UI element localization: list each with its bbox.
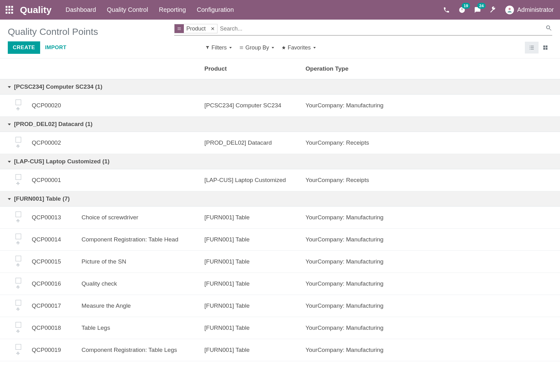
topbar-right: 19 24 Administrator — [443, 6, 554, 14]
table-row[interactable]: QCP00015Picture of the SN[FURN001] Table… — [0, 251, 560, 273]
row-product: [FURN001] Table — [201, 251, 302, 273]
nav-quality-control[interactable]: Quality Control — [107, 6, 148, 13]
table-row[interactable]: QCP00013Choice of screwdriver[FURN001] T… — [0, 207, 560, 229]
row-reference: QCP00014 — [29, 229, 78, 251]
row-reference: QCP00018 — [29, 317, 78, 339]
drag-handle-icon[interactable] — [16, 144, 21, 149]
chevron-down-icon — [272, 47, 274, 49]
drag-handle-icon[interactable] — [16, 219, 21, 224]
caret-down-icon — [8, 198, 11, 200]
group-header-label: [PCSC234] Computer SC234 (1) — [14, 83, 102, 90]
row-checkbox[interactable] — [16, 322, 21, 328]
drag-handle-icon[interactable] — [16, 285, 21, 290]
drag-handle-icon[interactable] — [16, 307, 21, 312]
nav-configuration[interactable]: Configuration — [197, 6, 234, 13]
filters-dropdown[interactable]: Filters — [205, 44, 232, 51]
funnel-icon — [205, 45, 210, 50]
row-checkbox[interactable] — [16, 174, 21, 180]
import-button[interactable]: IMPORT — [40, 41, 72, 54]
column-product[interactable]: Product — [201, 58, 302, 79]
search-icon[interactable] — [545, 25, 552, 33]
row-title: Measure the Angle — [78, 295, 201, 317]
filters-label: Filters — [212, 44, 227, 51]
row-operation: YourCompany: Manufacturing — [302, 317, 560, 339]
row-product: [FURN001] Table — [201, 295, 302, 317]
row-reference: QCP00019 — [29, 339, 78, 361]
search-facet-groupby-product[interactable]: Product ✕ — [174, 24, 217, 33]
caret-down-icon — [8, 86, 11, 88]
table-row[interactable]: QCP00017Measure the Angle[FURN001] Table… — [0, 295, 560, 317]
favorites-dropdown[interactable]: Favorites — [282, 44, 316, 51]
group-header-label: [FURN001] Table (7) — [14, 195, 70, 202]
column-operation[interactable]: Operation Type — [302, 58, 560, 79]
row-title: Component Registration: Table Head — [78, 229, 201, 251]
row-title — [78, 132, 201, 154]
row-operation: YourCompany: Manufacturing — [302, 95, 560, 117]
group-row[interactable]: [LAP-CUS] Laptop Customized (1) — [0, 154, 560, 169]
group-header-label: [LAP-CUS] Laptop Customized (1) — [14, 158, 110, 165]
row-checkbox[interactable] — [16, 300, 21, 306]
nav-reporting[interactable]: Reporting — [159, 6, 186, 13]
row-checkbox[interactable] — [16, 212, 21, 217]
phone-icon[interactable] — [443, 7, 450, 13]
kanban-view-button[interactable] — [539, 42, 552, 54]
row-reference: QCP00017 — [29, 295, 78, 317]
activities-badge: 19 — [462, 3, 470, 9]
group-by-dropdown[interactable]: Group By — [239, 44, 274, 51]
row-checkbox[interactable] — [16, 137, 21, 142]
table-row[interactable]: QCP00019Component Registration: Table Le… — [0, 339, 560, 361]
table-row[interactable]: QCP00002[PROD_DEL02] DatacardYourCompany… — [0, 132, 560, 154]
row-operation: YourCompany: Manufacturing — [302, 229, 560, 251]
row-checkbox[interactable] — [16, 278, 21, 283]
table-row[interactable]: QCP00018Table Legs[FURN001] TableYourCom… — [0, 317, 560, 339]
facet-label: Product — [184, 24, 208, 33]
drag-handle-icon[interactable] — [16, 263, 21, 268]
row-title: Table Legs — [78, 317, 201, 339]
list-view-button[interactable] — [525, 42, 539, 54]
activities-icon[interactable]: 19 — [459, 7, 465, 13]
messages-icon[interactable]: 24 — [474, 7, 481, 13]
group-header-label: [PROD_DEL02] Datacard (1) — [14, 121, 92, 127]
list-icon — [529, 44, 535, 51]
table-row[interactable]: QCP00020[PCSC234] Computer SC234YourComp… — [0, 95, 560, 117]
row-reference: QCP00016 — [29, 273, 78, 295]
nav-dashboard[interactable]: Dashboard — [66, 6, 96, 13]
drag-handle-icon[interactable] — [16, 181, 21, 186]
table-row[interactable]: QCP00014Component Registration: Table He… — [0, 229, 560, 251]
create-button[interactable]: CREATE — [8, 41, 40, 54]
user-menu[interactable]: Administrator — [505, 6, 554, 14]
svg-point-0 — [509, 8, 511, 10]
table-row[interactable]: QCP00016Quality check[FURN001] TableYour… — [0, 273, 560, 295]
row-checkbox[interactable] — [16, 234, 21, 239]
row-operation: YourCompany: Manufacturing — [302, 295, 560, 317]
facet-remove-icon[interactable]: ✕ — [208, 24, 217, 33]
search-input[interactable] — [217, 26, 545, 32]
star-icon — [282, 45, 286, 50]
row-product: [FURN001] Table — [201, 273, 302, 295]
group-row[interactable]: [FURN001] Table (7) — [0, 191, 560, 207]
chevron-down-icon — [313, 47, 316, 49]
groupby-bars-icon — [175, 24, 184, 33]
row-product: [PROD_DEL02] Datacard — [201, 132, 302, 154]
row-operation: YourCompany: Manufacturing — [302, 339, 560, 361]
row-checkbox[interactable] — [16, 256, 21, 261]
group-row[interactable]: [PROD_DEL02] Datacard (1) — [0, 117, 560, 132]
row-checkbox[interactable] — [16, 100, 21, 105]
drag-handle-icon[interactable] — [16, 329, 21, 334]
tools-icon[interactable] — [490, 7, 497, 13]
search-bar[interactable]: Product ✕ — [174, 23, 552, 35]
drag-handle-icon[interactable] — [16, 241, 21, 246]
search-tools: Filters Group By Favorites — [205, 44, 316, 51]
row-reference: QCP00015 — [29, 251, 78, 273]
group-row[interactable]: [PCSC234] Computer SC234 (1) — [0, 79, 560, 95]
row-operation: YourCompany: Receipts — [302, 132, 560, 154]
topbar: Quality Dashboard Quality Control Report… — [0, 0, 560, 20]
control-panel: Quality Control Points Product ✕ CREATE … — [0, 20, 560, 58]
apps-icon[interactable] — [6, 6, 14, 14]
app-title: Quality — [20, 5, 52, 15]
bars-icon — [239, 45, 244, 50]
drag-handle-icon[interactable] — [16, 107, 21, 112]
drag-handle-icon[interactable] — [16, 351, 21, 356]
row-checkbox[interactable] — [16, 344, 21, 350]
table-row[interactable]: QCP00001[LAP-CUS] Laptop CustomizedYourC… — [0, 169, 560, 191]
